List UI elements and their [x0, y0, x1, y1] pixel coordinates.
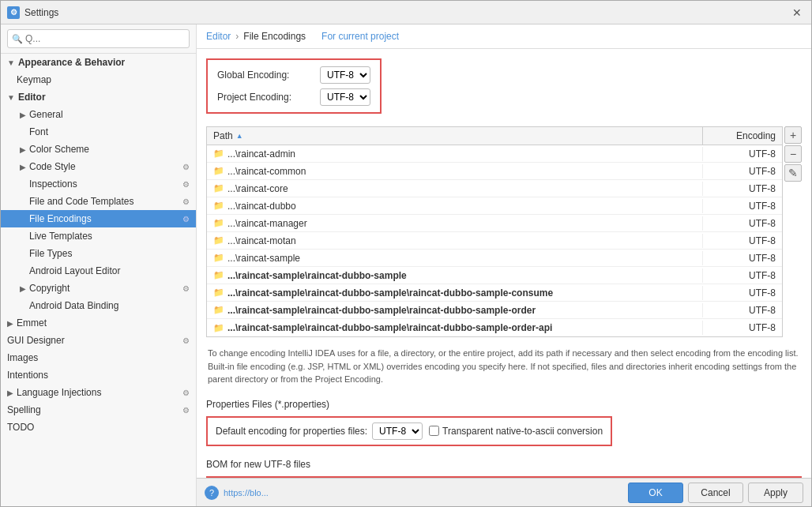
sidebar-item-emmet[interactable]: ▶ Emmet: [1, 314, 196, 332]
sidebar-item-label: Editor: [18, 92, 46, 103]
global-encoding-select[interactable]: UTF-8: [320, 66, 370, 84]
sidebar-item-images[interactable]: Images: [1, 349, 196, 366]
apply-button[interactable]: Apply: [748, 483, 803, 503]
path-text: ...\raincat-sample\raincat-dubbo-sample\…: [227, 305, 536, 316]
col-header-path: Path ▲: [207, 127, 703, 145]
sidebar-item-appearance[interactable]: ▼ Appearance & Behavior: [1, 54, 196, 71]
table-body: 📁 ...\raincat-admin UTF-8 📁 ...\raincat-…: [207, 145, 782, 336]
sidebar-item-spelling[interactable]: Spelling ⚙: [1, 401, 196, 419]
sidebar-item-label: Keymap: [17, 74, 51, 85]
settings-icon: ⚙: [182, 406, 190, 415]
search-input[interactable]: [7, 29, 190, 48]
sidebar-item-label: Spelling: [7, 404, 41, 415]
breadcrumb-editor[interactable]: Editor: [206, 31, 231, 42]
native-to-ascii-checkbox[interactable]: [429, 426, 439, 436]
main-content: 🔍 ▼ Appearance & Behavior Keymap ▼ Edito…: [1, 24, 811, 506]
sidebar-item-label: Language Injections: [17, 387, 101, 398]
sidebar-item-live-templates[interactable]: Live Templates: [1, 227, 196, 245]
table-cell-encoding: UTF-8: [703, 321, 782, 335]
table-row[interactable]: 📁 ...\raincat-sample\raincat-dubbo-sampl…: [207, 319, 782, 336]
properties-label: Default encoding for properties files:: [216, 426, 367, 437]
native-to-ascii-checkbox-wrapper: Transparent native-to-ascii conversion: [429, 426, 603, 437]
folder-icon: 📁: [213, 253, 224, 263]
edit-row-button[interactable]: ✎: [784, 164, 802, 182]
remove-row-button[interactable]: −: [784, 145, 802, 163]
folder-icon: 📁: [213, 201, 224, 211]
title-bar: ⚙ Settings ✕: [1, 1, 811, 24]
table-cell-path: 📁 ...\raincat-sample\raincat-dubbo-sampl…: [207, 286, 703, 300]
path-encoding-table: Path ▲ Encoding 📁 ...\raincat-admin UTF-…: [206, 126, 783, 337]
table-row[interactable]: 📁 ...\raincat-motan UTF-8: [207, 232, 782, 250]
sidebar-item-intentions[interactable]: Intentions: [1, 366, 196, 384]
sidebar-item-android-layout-editor[interactable]: Android Layout Editor: [1, 262, 196, 280]
folder-icon: 📁: [213, 323, 224, 333]
sidebar-item-inspections[interactable]: Inspections ⚙: [1, 175, 196, 193]
col-header-encoding: Encoding: [703, 127, 782, 145]
sidebar-item-language-injections[interactable]: ▶ Language Injections ⚙: [1, 384, 196, 401]
sidebar-item-editor[interactable]: ▼ Editor: [1, 88, 196, 106]
sidebar-item-todo[interactable]: TODO: [1, 419, 196, 436]
sidebar-item-label: Font: [29, 126, 48, 137]
properties-encoding-box: Default encoding for properties files: U…: [206, 416, 612, 446]
table-row[interactable]: 📁 ...\raincat-manager UTF-8: [207, 215, 782, 232]
path-text: ...\raincat-sample\raincat-dubbo-sample: [227, 270, 407, 281]
ok-button[interactable]: OK: [628, 483, 683, 503]
add-row-button[interactable]: +: [784, 126, 802, 144]
table-row[interactable]: 📁 ...\raincat-sample\raincat-dubbo-sampl…: [207, 267, 782, 284]
table-row[interactable]: 📁 ...\raincat-common UTF-8: [207, 163, 782, 180]
properties-encoding-select[interactable]: UTF-8: [372, 422, 423, 440]
table-cell-path: 📁 ...\raincat-sample\raincat-dubbo-sampl…: [207, 303, 703, 317]
settings-icon: ⚙: [182, 336, 190, 345]
sidebar: 🔍 ▼ Appearance & Behavior Keymap ▼ Edito…: [1, 24, 197, 506]
sidebar-item-label: Intentions: [7, 370, 48, 381]
sidebar-item-code-style[interactable]: ▶ Code Style ⚙: [1, 158, 196, 175]
path-text: ...\raincat-common: [227, 166, 306, 177]
sidebar-item-general[interactable]: ▶ General: [1, 106, 196, 123]
sidebar-item-color-scheme[interactable]: ▶ Color Scheme: [1, 141, 196, 158]
table-header: Path ▲ Encoding: [207, 127, 782, 145]
table-cell-encoding: UTF-8: [703, 182, 782, 196]
cancel-button[interactable]: Cancel: [688, 483, 743, 503]
sidebar-item-font[interactable]: Font: [1, 123, 196, 141]
sidebar-item-label: Android Layout Editor: [29, 265, 120, 276]
table-cell-encoding: UTF-8: [703, 147, 782, 161]
table-row[interactable]: 📁 ...\raincat-admin UTF-8: [207, 145, 782, 163]
table-row[interactable]: 📁 ...\raincat-dubbo UTF-8: [207, 197, 782, 215]
table-cell-encoding: UTF-8: [703, 234, 782, 248]
sidebar-item-copyright[interactable]: ▶ Copyright ⚙: [1, 280, 196, 297]
table-row[interactable]: 📁 ...\raincat-sample UTF-8: [207, 250, 782, 267]
breadcrumb-separator: ›: [235, 31, 239, 42]
sidebar-item-gui-designer[interactable]: GUI Designer ⚙: [1, 332, 196, 349]
table-row[interactable]: 📁 ...\raincat-core UTF-8: [207, 180, 782, 197]
global-encoding-row: Global Encoding: UTF-8: [217, 66, 370, 84]
sidebar-item-android-data-binding[interactable]: Android Data Binding: [1, 297, 196, 314]
close-button[interactable]: ✕: [789, 5, 805, 21]
sidebar-item-file-code-templates[interactable]: File and Code Templates ⚙: [1, 193, 196, 210]
sidebar-item-keymap[interactable]: Keymap: [1, 71, 196, 88]
table-cell-path: 📁 ...\raincat-core: [207, 182, 703, 196]
window-title: Settings: [24, 7, 789, 18]
main-panel: Editor › File Encodings For current proj…: [197, 24, 811, 506]
project-encoding-select[interactable]: UTF-8: [320, 88, 370, 106]
path-text: ...\raincat-core: [227, 183, 288, 194]
table-row[interactable]: 📁 ...\raincat-sample\raincat-dubbo-sampl…: [207, 284, 782, 302]
native-to-ascii-label: Transparent native-to-ascii conversion: [442, 426, 603, 437]
for-current-project-link[interactable]: For current project: [321, 31, 399, 42]
sidebar-item-label: Emmet: [17, 317, 47, 329]
help-button[interactable]: ?: [205, 486, 219, 500]
sidebar-item-file-types[interactable]: File Types: [1, 245, 196, 262]
table-cell-path: 📁 ...\raincat-sample\raincat-dubbo-sampl…: [207, 269, 703, 283]
sidebar-item-label: Appearance & Behavior: [18, 57, 125, 68]
bom-section: BOM for new UTF-8 files Create UTF-8 fil…: [206, 459, 802, 479]
search-box: 🔍: [1, 24, 196, 54]
sidebar-item-file-encodings[interactable]: File Encodings ⚙: [1, 210, 196, 227]
bottom-bar: ? https://blo... OK Cancel Apply: [197, 478, 811, 506]
sidebar-item-label: Color Scheme: [29, 144, 89, 155]
sidebar-item-label: File Types: [29, 248, 72, 259]
table-row[interactable]: 📁 ...\raincat-sample\raincat-dubbo-sampl…: [207, 302, 782, 319]
breadcrumb-current: File Encodings: [243, 31, 306, 42]
table-cell-path: 📁 ...\raincat-sample\raincat-dubbo-sampl…: [207, 321, 703, 335]
chevron-right-icon: ▶: [20, 111, 26, 119]
chevron-right-icon: ▶: [7, 389, 13, 397]
chevron-down-icon: ▼: [7, 93, 15, 102]
